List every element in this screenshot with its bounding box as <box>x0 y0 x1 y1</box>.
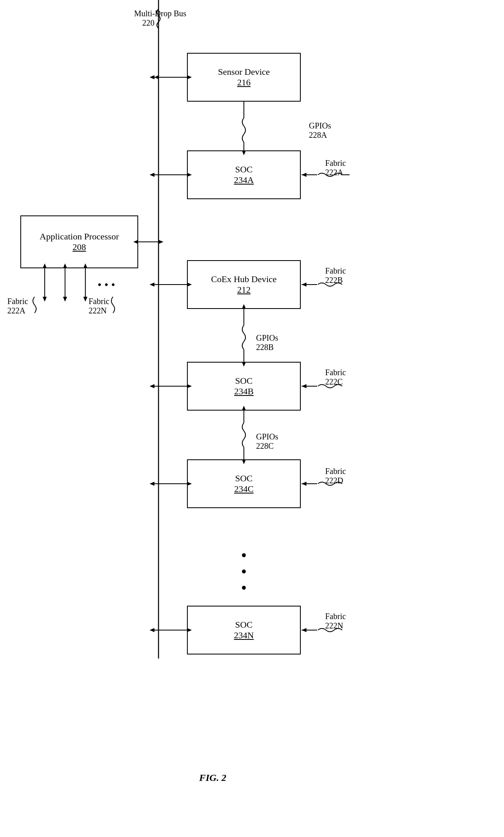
soc234c-box: SOC 234C <box>187 459 301 508</box>
svg-marker-4 <box>154 75 159 79</box>
svg-marker-39 <box>150 482 154 486</box>
soc234b-box: SOC 234B <box>187 362 301 411</box>
svg-marker-55 <box>63 297 67 302</box>
svg-marker-47 <box>150 628 154 632</box>
application-processor-box: Application Processor 208 <box>20 215 138 268</box>
multidrop-bus-label: Multi-Drop Bus 220 <box>134 9 186 28</box>
svg-marker-21 <box>150 283 154 287</box>
sensor-device-box: Sensor Device 216 <box>187 53 301 102</box>
gpios228a-annotation: GPIOs 228A <box>309 121 331 140</box>
svg-text:•: • <box>241 546 247 565</box>
fabric222n-ap-annotation: Fabric 222N <box>89 297 109 315</box>
svg-text:• • •: • • • <box>98 278 115 291</box>
fabric222b-annotation: Fabric 222B <box>325 266 346 285</box>
svg-marker-50 <box>302 628 306 632</box>
svg-marker-19 <box>159 240 163 244</box>
gpios228b-annotation: GPIOs 228B <box>256 333 278 352</box>
fabric222n-soc-annotation: Fabric 222N <box>325 612 346 630</box>
svg-marker-30 <box>150 384 154 388</box>
diagram-container: Multi-Drop Bus 220 Sensor Device 216 SOC… <box>0 0 504 837</box>
svg-text:•: • <box>241 579 247 597</box>
fabric222c-annotation: Fabric 222C <box>325 368 346 387</box>
svg-marker-58 <box>83 297 87 302</box>
gpios228c-annotation: GPIOs 228C <box>256 432 278 451</box>
fabric222d-annotation: Fabric 222D <box>325 467 346 485</box>
fabric222a-soc-annotation: Fabric 222A <box>325 159 346 177</box>
svg-marker-42 <box>302 482 306 486</box>
fabric222a-ap-annotation: Fabric 222A <box>7 297 28 315</box>
svg-marker-24 <box>302 283 306 287</box>
svg-marker-52 <box>43 297 47 302</box>
svg-marker-6 <box>150 75 154 79</box>
diagram-svg: • • • • • • <box>0 0 504 837</box>
svg-marker-33 <box>302 384 306 388</box>
fig-caption: FIG. 2 <box>199 772 226 783</box>
svg-marker-15 <box>302 173 306 177</box>
coex-hub-box: CoEx Hub Device 212 <box>187 260 301 309</box>
svg-text:•: • <box>241 563 247 581</box>
soc234n-box: SOC 234N <box>187 606 301 654</box>
svg-marker-12 <box>150 173 154 177</box>
soc234a-box: SOC 234A <box>187 150 301 199</box>
